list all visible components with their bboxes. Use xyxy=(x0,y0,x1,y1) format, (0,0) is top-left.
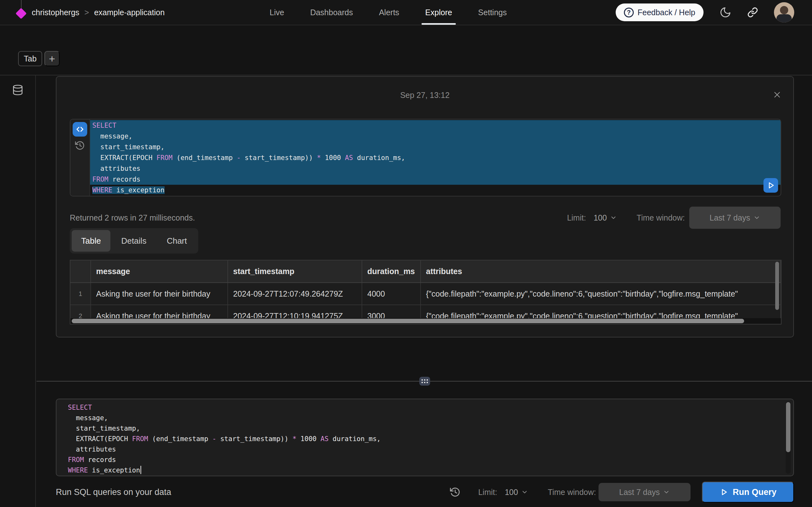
row-index: 1 xyxy=(70,283,91,305)
view-tabs: TableDetailsChart xyxy=(70,228,198,253)
view-tab-details[interactable]: Details xyxy=(112,230,156,251)
editor-footer: Run SQL queries on your data Limit: 100 … xyxy=(56,480,794,504)
feedback-help-label: Feedback / Help xyxy=(638,8,695,17)
row-index-header xyxy=(70,261,91,283)
sql-line: message, xyxy=(90,131,780,142)
limit-label: Limit: xyxy=(478,488,497,497)
limit-select[interactable]: 100 xyxy=(505,488,528,497)
sql-line: SELECT xyxy=(90,120,780,131)
cell-message: Asking the user for their birthday xyxy=(91,283,228,305)
chevron-down-icon xyxy=(663,489,670,496)
nav-item-alerts[interactable]: Alerts xyxy=(379,0,399,25)
share-link-button[interactable] xyxy=(747,7,758,18)
result-status: Returned 2 rows in 27 milliseconds. xyxy=(70,213,195,222)
cell-duration_ms: 4000 xyxy=(362,283,420,305)
play-icon xyxy=(719,488,728,497)
logfire-logo-icon[interactable] xyxy=(15,8,27,19)
add-tab-button[interactable]: + xyxy=(44,51,60,66)
dark-mode-toggle[interactable] xyxy=(719,6,731,18)
avatar[interactable] xyxy=(774,2,794,22)
run-query-button[interactable]: Run Query xyxy=(702,482,794,503)
avatar-head xyxy=(780,6,788,14)
sql-line: WHERE is_exception xyxy=(68,465,774,475)
chevron-down-icon xyxy=(753,214,760,221)
sql-line: attributes xyxy=(90,163,780,174)
vertical-scrollbar[interactable] xyxy=(775,262,779,310)
time-window-label: Time window: xyxy=(548,488,596,497)
nav-item-settings[interactable]: Settings xyxy=(478,0,507,25)
feedback-help-button[interactable]: ? Feedback / Help xyxy=(616,3,704,21)
sql-line: FROM records xyxy=(68,455,774,465)
column-header-start_timestamp: start_timestamp xyxy=(228,261,362,283)
avatar-body xyxy=(776,14,792,22)
result-controls: Limit: 100 Time window: Last 7 days xyxy=(567,207,780,229)
schema-browser-button[interactable] xyxy=(12,84,23,96)
edit-query-button[interactable] xyxy=(72,122,87,136)
sql-line: SELECT xyxy=(68,402,774,413)
history-icon xyxy=(75,140,85,151)
play-icon xyxy=(766,181,775,190)
horizontal-scrollbar[interactable] xyxy=(72,319,744,323)
column-header-attributes: attributes xyxy=(420,261,780,283)
sql-line: start_timestamp, xyxy=(90,142,780,153)
query-tab[interactable]: Tab xyxy=(18,51,42,66)
query-result-card: Sep 27, 13:12 SELECT message, start_time… xyxy=(56,76,794,337)
limit-label: Limit: xyxy=(567,213,586,222)
close-icon xyxy=(773,91,781,99)
sql-editor-content[interactable]: SELECT message, start_timestamp, EXTRACT… xyxy=(68,402,774,475)
breadcrumb-org[interactable]: christophergs xyxy=(32,8,79,17)
sql-line: message, xyxy=(68,413,774,424)
top-nav: christophergs > example-application Live… xyxy=(0,0,812,25)
nav-right: ? Feedback / Help xyxy=(616,0,794,25)
editor-scrollbar[interactable] xyxy=(786,402,791,452)
result-meta-row: Returned 2 rows in 27 milliseconds. Limi… xyxy=(70,205,780,230)
query-history-button[interactable] xyxy=(75,140,85,151)
query-history-button[interactable] xyxy=(450,487,461,498)
link-icon xyxy=(747,7,758,18)
sql-editor[interactable]: SELECT message, start_timestamp, EXTRACT… xyxy=(56,399,794,476)
breadcrumb-separator: > xyxy=(84,8,89,17)
time-window-label: Time window: xyxy=(637,213,685,222)
text-cursor xyxy=(141,466,141,474)
history-icon xyxy=(450,487,461,498)
view-tab-table[interactable]: Table xyxy=(72,230,110,251)
sql-line: start_timestamp, xyxy=(68,424,774,434)
nav-item-dashboards[interactable]: Dashboards xyxy=(310,0,353,25)
breadcrumb-project[interactable]: example-application xyxy=(94,8,165,17)
sql-line: FROM records xyxy=(90,174,780,185)
explore-page: christophergs > example-application Live… xyxy=(0,0,812,507)
chevron-down-icon xyxy=(521,489,528,496)
moon-icon xyxy=(719,6,731,18)
sql-line: EXTRACT(EPOCH FROM (end_timestamp - star… xyxy=(90,153,780,163)
time-window-select[interactable]: Last 7 days xyxy=(689,207,780,229)
tabbar-divider xyxy=(0,75,812,75)
cell-start_timestamp: 2024-09-27T12:07:49.264279Z xyxy=(228,283,362,305)
nav-item-explore[interactable]: Explore xyxy=(425,0,452,25)
cell-attributes: {"code.filepath":"example.py","code.line… xyxy=(420,283,780,305)
rerun-query-button[interactable] xyxy=(763,178,778,193)
split-drag-handle[interactable] xyxy=(419,377,430,386)
results-header-row: messagestart_timestampduration_msattribu… xyxy=(70,261,780,283)
limit-select[interactable]: 100 xyxy=(594,213,617,222)
query-timestamp: Sep 27, 13:12 xyxy=(56,91,793,100)
logo-string xyxy=(21,0,21,9)
nav-items: LiveDashboardsAlertsExploreSettings xyxy=(270,0,507,25)
nav-item-live[interactable]: Live xyxy=(270,0,284,25)
editor-hint: Run SQL queries on your data xyxy=(56,487,171,497)
sql-line: EXTRACT(EPOCH FROM (end_timestamp - star… xyxy=(68,434,774,444)
time-window-select[interactable]: Last 7 days xyxy=(599,483,691,501)
help-icon: ? xyxy=(624,8,634,17)
close-result-button[interactable] xyxy=(772,89,782,100)
drag-dots-icon xyxy=(421,379,428,383)
results-table-container: messagestart_timestampduration_msattribu… xyxy=(70,260,781,325)
footer-controls: Limit: 100 Time window: Last 7 days Run … xyxy=(450,482,794,503)
column-header-duration_ms: duration_ms xyxy=(362,261,420,283)
left-rail xyxy=(0,75,36,507)
column-header-message: message xyxy=(91,261,228,283)
database-icon xyxy=(12,84,23,96)
executed-query-sql[interactable]: SELECT message, start_timestamp, EXTRACT… xyxy=(90,119,780,196)
sql-line: attributes xyxy=(68,444,774,455)
view-tab-chart[interactable]: Chart xyxy=(157,230,197,251)
code-block-gutter xyxy=(70,119,90,196)
table-row[interactable]: 1Asking the user for their birthday2024-… xyxy=(70,283,780,305)
